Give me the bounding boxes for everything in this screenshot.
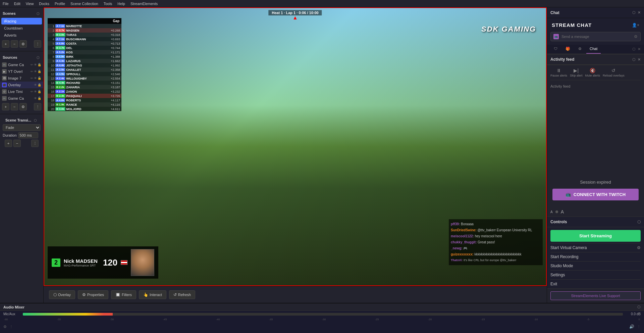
audio-mixer-popout-icon[interactable]: ⬡ <box>637 305 641 309</box>
text-size-row: A A <box>547 207 644 217</box>
table-row: 18A 4.0kROBERTS+4.117 <box>48 98 121 102</box>
activity-feed-title: Activity feed <box>550 57 574 62</box>
source-edit-btn-3[interactable]: ✏ <box>31 77 33 80</box>
table-row: 16A 2.1kZANON+3.232 <box>48 89 121 94</box>
source-game-capture-1[interactable]: 🎮 Game Ca ✏ 👁 🔓 <box>0 61 43 68</box>
properties-btn[interactable]: ⚙ Properties <box>78 290 108 299</box>
close-chat-icon[interactable]: ✕ <box>638 47 641 51</box>
transitions-popout-btn[interactable]: ⬡ <box>33 117 38 123</box>
send-message-input[interactable] <box>561 35 634 39</box>
interact-label: Interact <box>150 293 162 297</box>
source-edit-btn-5[interactable]: ✏ <box>31 90 33 93</box>
start-streaming-btn[interactable]: Start Streaming <box>550 230 641 242</box>
image-icon: 🖼 <box>2 76 7 81</box>
source-lock-btn-3[interactable]: 🔓 <box>38 77 41 80</box>
send-settings-icon[interactable]: ⚙ <box>634 34 638 39</box>
audio-bottom-menu[interactable]: ⋮ <box>637 325 641 329</box>
filter-source-btn[interactable]: ⚙ <box>19 103 27 110</box>
virtual-camera-settings-icon[interactable]: ⚙ <box>637 245 641 250</box>
source-lock-btn-4[interactable]: 🔒 <box>38 83 41 87</box>
scenes-section: Scenes ⬡ iRacing Countdown Adverts + − ⚙… <box>0 7 43 51</box>
audio-track-mic: Mic/Aux 0.0 dB <box>0 311 644 317</box>
source-eye-btn-6[interactable]: 👁 <box>34 97 37 100</box>
source-lock-btn-5[interactable]: 🔓 <box>38 90 41 93</box>
audio-settings-icon[interactable]: ⚙ <box>3 325 7 329</box>
source-overlay[interactable]: ⬛ Overlay 👁 🔒 <box>0 82 43 88</box>
duration-input[interactable] <box>18 132 38 138</box>
reload-overlays-btn[interactable]: ↺ Reload overlays <box>603 68 625 77</box>
menu-edit[interactable]: Edit <box>14 2 20 6</box>
source-yt-overlay[interactable]: ▶ YT Overl ✏ 👁 🔓 <box>0 68 43 75</box>
filter-scene-btn[interactable]: ⚙ <box>19 40 27 48</box>
source-edit-btn-2[interactable]: ✏ <box>31 70 33 73</box>
source-live-timing[interactable]: ⏱ Live Timi ✏ 👁 🔓 <box>0 88 43 95</box>
refresh-btn[interactable]: ↺ Refresh <box>169 290 196 299</box>
activity-popout-icon[interactable]: ⬡ <box>632 57 636 62</box>
sources-popout-btn[interactable]: ⬡ <box>35 55 41 60</box>
add-source-btn[interactable]: + <box>2 103 9 110</box>
remove-source-btn[interactable]: − <box>11 103 18 110</box>
source-game-capture-2[interactable]: 🎮 Game Ca 👁 🔓 <box>0 95 43 102</box>
text-size-small[interactable]: A <box>550 210 553 214</box>
scenes-popout-btn[interactable]: ⬡ <box>35 11 41 16</box>
stream-chat-user-icon[interactable]: 👤+ <box>632 23 639 28</box>
controls-popout-icon[interactable]: ⬡ <box>637 220 641 224</box>
add-transition-btn[interactable]: + <box>5 140 12 147</box>
mute-alerts-btn[interactable]: 🔇 Mute alerts <box>585 68 600 77</box>
start-virtual-camera-label: Start Virtual Camera <box>550 245 587 250</box>
gift-tab[interactable]: 🎁 <box>562 45 574 54</box>
close-icon[interactable]: ✕ <box>638 10 641 15</box>
source-lock-btn[interactable]: 🔓 <box>38 63 41 66</box>
source-options-btn[interactable]: ⋮ <box>34 103 41 110</box>
source-lock-btn-2[interactable]: 🔓 <box>38 70 41 73</box>
menu-tools[interactable]: Tools <box>104 2 112 6</box>
interact-btn[interactable]: 👆 Interact <box>139 290 166 299</box>
menu-scene-collection[interactable]: Scene Collection <box>70 2 98 6</box>
filters-btn[interactable]: 🔲 Filters <box>111 290 136 299</box>
remove-scene-btn[interactable]: − <box>11 40 18 48</box>
overlay-btn[interactable]: ⬡ Overlay <box>49 290 75 299</box>
se-support-btn[interactable]: StreamElements Live Support <box>550 291 641 300</box>
popout-icon[interactable]: ⬡ <box>632 10 636 15</box>
remove-transition-btn[interactable]: − <box>13 140 21 147</box>
source-eye-btn-2[interactable]: 👁 <box>34 70 37 73</box>
pause-alerts-btn[interactable]: ⏸ Pause alerts <box>550 68 567 77</box>
chat-message: pff39: Boraaaa <box>451 221 541 227</box>
studio-mode-row: Studio Mode <box>547 261 644 270</box>
source-image-7[interactable]: 🖼 Image 7 ✏ 👁 🔓 <box>0 75 43 82</box>
menu-help[interactable]: Help <box>117 2 125 6</box>
gear-tab[interactable]: ⚙ <box>575 45 585 54</box>
scene-item-adverts[interactable]: Adverts <box>1 32 42 39</box>
menu-docks[interactable]: Docks <box>39 2 49 6</box>
activity-close-icon[interactable]: ✕ <box>638 57 641 62</box>
menu-profile[interactable]: Profile <box>55 2 65 6</box>
audio-menu-icon[interactable]: ⋮ <box>9 325 13 329</box>
scene-options-btn[interactable]: ⋮ <box>34 40 41 48</box>
transition-select[interactable]: Fade <box>3 124 41 131</box>
connect-twitch-btn[interactable]: 📺 CONNECT WITH TWITCH <box>552 189 639 200</box>
properties-label: Properties <box>87 293 104 297</box>
source-eye-btn[interactable]: 👁 <box>34 63 37 66</box>
audio-volume-icon[interactable]: 🔊 <box>629 324 634 329</box>
center-area: Heat 1 · Lap 1 · 0:06 / 10:00 SDK GAMING… <box>44 7 547 303</box>
text-size-dot <box>555 210 558 213</box>
source-edit-btn[interactable]: ✏ <box>31 63 33 66</box>
source-lock-btn-6[interactable]: 🔓 <box>38 97 41 100</box>
text-size-large[interactable]: A <box>561 209 564 215</box>
scene-item-countdown[interactable]: Countdown <box>1 25 42 32</box>
scene-item-iracing[interactable]: iRacing <box>1 18 42 25</box>
menu-file[interactable]: File <box>3 2 9 6</box>
source-eye-btn-4[interactable]: 👁 <box>34 83 37 87</box>
icon-tab[interactable]: 🛡 <box>550 45 561 54</box>
source-eye-btn-5[interactable]: 👁 <box>34 90 37 93</box>
expand-chat-icon[interactable]: ⬡ <box>632 47 636 51</box>
menu-view[interactable]: View <box>26 2 34 6</box>
source-eye-btn-3[interactable]: 👁 <box>34 77 37 80</box>
chat-tab-main[interactable]: Chat <box>586 45 601 54</box>
preview-area: Heat 1 · Lap 1 · 0:06 / 10:00 SDK GAMING… <box>44 7 547 286</box>
skip-alert-btn[interactable]: ▶| Skip alert <box>570 68 583 77</box>
transition-options-btn[interactable]: ⋮ <box>31 140 39 147</box>
menu-streamelements[interactable]: StreamElements <box>130 2 158 6</box>
add-scene-btn[interactable]: + <box>2 40 9 48</box>
se-support-section: StreamElements Live Support <box>547 288 644 303</box>
